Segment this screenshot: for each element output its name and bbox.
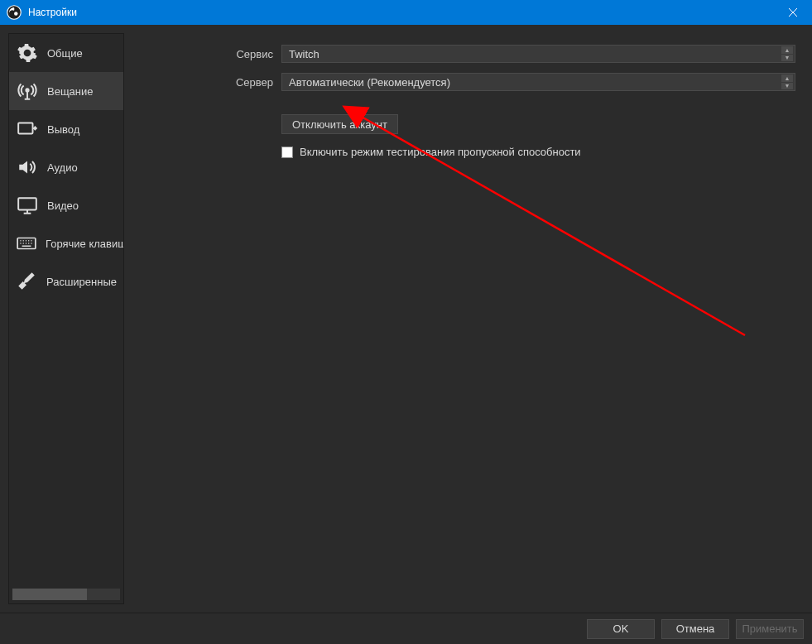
speaker-icon [16,156,39,179]
button-label: OK [613,622,629,635]
bandwidth-row: Включить режим тестирования пропускной с… [132,141,795,158]
sidebar-horizontal-scrollbar[interactable] [12,589,120,600]
chevron-up-icon: ▲ [781,74,793,82]
bandwidth-checkbox[interactable] [281,147,293,158]
server-row: Сервер Автоматически (Рекомендуется) ▲ ▼ [132,73,795,91]
chevron-down-icon: ▼ [781,55,793,62]
sidebar-item-advanced[interactable]: Расширенные [9,262,123,300]
service-label: Сервис [132,48,281,60]
server-value: Автоматически (Рекомендуется) [289,76,450,89]
sidebar-item-label: Вывод [47,123,79,136]
main-panel: Сервис Twitch ▲ ▼ Сервер Автоматически (… [132,33,804,604]
keyboard-icon [16,232,37,255]
button-label: Применить [742,622,797,635]
close-icon [789,8,797,17]
server-combobox[interactable]: Автоматически (Рекомендуется) ▲ ▼ [281,73,795,91]
gear-icon [16,41,39,65]
svg-rect-4 [18,198,36,209]
svg-rect-3 [18,123,32,133]
sidebar-item-label: Видео [47,199,79,212]
sidebar: Общие Вещание Вывод [8,33,124,604]
svg-point-1 [14,12,18,16]
monitor-icon [16,194,39,217]
chevron-down-icon: ▼ [781,83,793,90]
tools-icon [16,270,38,293]
settings-window: Настройки Общие Вещание [0,0,812,644]
cancel-button[interactable]: Отмена [661,619,729,639]
output-icon [16,118,39,141]
combo-spinner[interactable]: ▲ ▼ [781,46,793,61]
button-label: Отмена [676,622,715,635]
server-label: Сервер [132,76,281,89]
apply-button[interactable]: Применить [736,619,804,639]
disconnect-row: Отключить аккаунт [132,114,795,134]
antenna-icon [16,79,39,103]
sidebar-item-hotkeys[interactable]: Горячие клавиши [9,224,123,262]
sidebar-item-general[interactable]: Общие [9,34,123,72]
close-button[interactable] [774,0,812,25]
obs-icon [7,5,22,20]
sidebar-item-label: Горячие клавиши [46,238,124,250]
combo-spinner[interactable]: ▲ ▼ [781,74,793,89]
sidebar-item-video[interactable]: Видео [9,186,123,224]
sidebar-item-stream[interactable]: Вещание [9,72,123,110]
sidebar-item-output[interactable]: Вывод [9,110,123,148]
service-combobox[interactable]: Twitch ▲ ▼ [281,45,795,63]
bandwidth-checkbox-label: Включить режим тестирования пропускной с… [300,146,581,158]
button-label: Отключить аккаунт [292,118,387,131]
body: Общие Вещание Вывод [0,25,812,613]
nav-list: Общие Вещание Вывод [9,34,123,585]
sidebar-item-label: Общие [47,47,83,60]
footer: OK Отмена Применить [0,613,812,644]
titlebar: Настройки [0,0,812,25]
sidebar-item-label: Расширенные [46,276,117,288]
sidebar-item-label: Аудио [47,161,78,174]
chevron-up-icon: ▲ [781,46,793,54]
sidebar-item-audio[interactable]: Аудио [9,148,123,186]
sidebar-item-label: Вещание [47,85,94,98]
scrollbar-thumb[interactable] [12,589,87,600]
disconnect-account-button[interactable]: Отключить аккаунт [281,114,398,134]
service-value: Twitch [289,48,320,60]
ok-button[interactable]: OK [587,619,655,639]
bandwidth-checkbox-group[interactable]: Включить режим тестирования пропускной с… [281,146,581,158]
service-row: Сервис Twitch ▲ ▼ [132,45,795,63]
window-title: Настройки [28,7,774,18]
stream-form: Сервис Twitch ▲ ▼ Сервер Автоматически (… [132,33,804,168]
